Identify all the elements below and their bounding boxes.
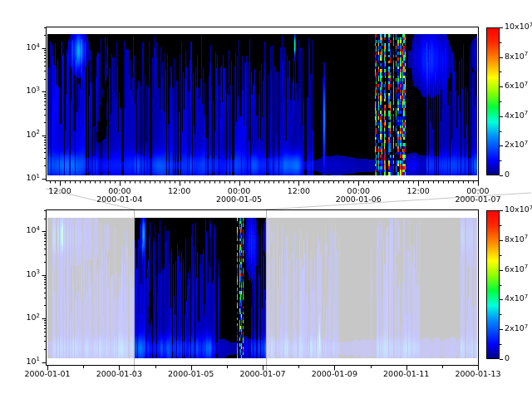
y-tick-label: 103 [12, 86, 40, 96]
y-tick-label: 102 [12, 131, 40, 140]
y-tick-label: 101 [12, 174, 40, 183]
x-tick-label-time: 12:00 [48, 187, 71, 195]
colorbar-tick-label: 2x107 [505, 140, 528, 150]
colorbar-tick-label: 0 [505, 354, 510, 362]
colorbar-tick-label: 4x107 [505, 111, 528, 121]
x-tick-label-time: 12:00 [168, 187, 190, 195]
spectrogram-viewer: 12:0000:002000-01-0412:0000:002000-01-05… [0, 0, 532, 399]
x-tick-label-date: 2000-01-07 [239, 370, 285, 378]
colorbar-tick-label: 0 [505, 170, 510, 179]
y-tick-label: 103 [12, 270, 40, 279]
colorbar-tick-label: 10x107 [505, 22, 532, 32]
colorbar-tick-label: 8x107 [505, 235, 528, 244]
colorbar-tick-label: 6x107 [505, 81, 528, 91]
colorbar-tick-label: 8x107 [505, 52, 528, 62]
x-tick-label-date: 2000-01-07 [455, 195, 500, 204]
y-tick-label: 102 [12, 313, 40, 323]
x-tick-label-date: 2000-01-03 [96, 370, 142, 378]
y-tick-label: 104 [12, 43, 40, 52]
x-tick-label-time: 12:00 [406, 187, 429, 195]
colorbar-tick-label: 6x107 [505, 265, 528, 274]
y-tick-label: 104 [12, 226, 40, 235]
x-tick-label-date: 2000-01-05 [168, 370, 214, 378]
spectrogram-plots-canvas[interactable] [0, 0, 532, 399]
x-tick-label-date: 2000-01-01 [24, 370, 70, 378]
colorbar-tick-label: 10x107 [505, 205, 532, 214]
x-tick-label-time: 12:00 [288, 187, 310, 195]
x-tick-label-date: 2000-01-11 [383, 370, 429, 378]
colorbar-tick-label: 4x107 [505, 294, 528, 303]
x-tick-label-date: 2000-01-13 [455, 370, 500, 378]
colorbar-tick-label: 2x107 [505, 324, 528, 333]
x-tick-label-date: 2000-01-09 [312, 370, 357, 378]
x-tick-label-date: 2000-01-05 [216, 195, 262, 204]
y-tick-label: 101 [12, 357, 40, 367]
x-tick-label-date: 2000-01-04 [96, 195, 142, 204]
x-tick-label-date: 2000-01-06 [336, 195, 382, 204]
